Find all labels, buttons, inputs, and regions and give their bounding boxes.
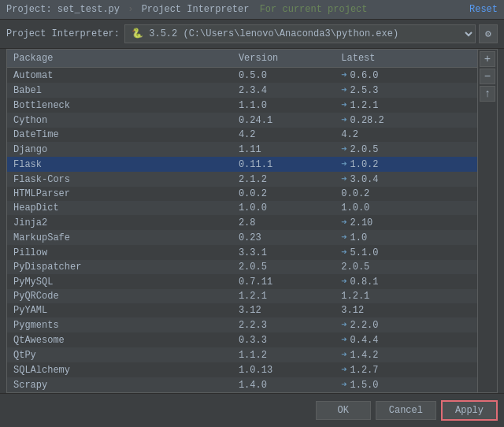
table-row[interactable]: PyDispatcher	[7, 260, 232, 274]
side-buttons: + − ↑	[477, 50, 497, 392]
interpreter-select-wrapper: 🐍 3.5.2 (C:\Users\lenovo\Anaconda3\pytho…	[124, 24, 498, 43]
latest-cell: ➜0.28.2	[335, 113, 477, 128]
col-package: Package	[7, 50, 232, 68]
latest-cell: ➜2.0.5	[335, 142, 477, 157]
latest-cell: 4.2	[335, 128, 477, 142]
version-cell: 1.0.0	[232, 201, 335, 215]
version-cell: 1.11	[232, 142, 335, 157]
version-cell: 1.0.13	[232, 362, 335, 377]
table-row[interactable]: Pillow	[7, 245, 232, 260]
version-cell: 0.7.11	[232, 274, 335, 289]
table-row[interactable]: Cython	[7, 113, 232, 128]
table-row[interactable]: Bottleneck	[7, 98, 232, 113]
packages-table-container: Package Version Latest Automat0.5.0➜0.6.…	[6, 49, 498, 393]
latest-cell: ➜1.0	[335, 230, 477, 245]
version-cell: 2.0.5	[232, 260, 335, 274]
table-row[interactable]: QtAwesome	[7, 332, 232, 347]
gear-icon[interactable]: ⚙	[479, 24, 498, 43]
latest-cell: ➜2.2.0	[335, 317, 477, 332]
table-row[interactable]: Flask-Cors	[7, 172, 232, 187]
packages-table: Package Version Latest Automat0.5.0➜0.6.…	[7, 50, 477, 392]
latest-cell: ➜3.0.4	[335, 172, 477, 187]
cancel-button[interactable]: Cancel	[376, 401, 436, 420]
version-cell: 4.2	[232, 128, 335, 142]
latest-cell: ➜1.4.2	[335, 347, 477, 362]
latest-cell: ➜0.8.1	[335, 274, 477, 289]
upgrade-package-button[interactable]: ↑	[480, 86, 495, 102]
latest-cell: 1.0.0	[335, 201, 477, 215]
table-row[interactable]: HeapDict	[7, 201, 232, 215]
version-cell: 2.8	[232, 215, 335, 230]
table-row[interactable]: PyYAML	[7, 303, 232, 317]
version-cell: 2.3.4	[232, 83, 335, 98]
title-bar: Project: set_test.py › Project Interpret…	[0, 0, 504, 20]
latest-cell: ➜1.2.1	[335, 98, 477, 113]
latest-cell: ➜1.0.2	[335, 157, 477, 172]
interpreter-row: Project Interpreter: 🐍 3.5.2 (C:\Users\l…	[0, 20, 504, 49]
version-cell: 1.1.2	[232, 347, 335, 362]
version-cell: 0.5.0	[232, 68, 335, 84]
col-latest: Latest	[335, 50, 477, 68]
table-row[interactable]: PyMySQL	[7, 274, 232, 289]
table-row[interactable]: Django	[7, 142, 232, 157]
table-row[interactable]: Babel	[7, 83, 232, 98]
version-cell: 0.0.2	[232, 187, 335, 201]
reset-button[interactable]: Reset	[469, 4, 498, 15]
remove-package-button[interactable]: −	[480, 69, 495, 84]
latest-cell: 1.2.1	[335, 289, 477, 303]
interpreter-label: Project Interpreter:	[6, 28, 120, 39]
latest-cell: ➜5.1.0	[335, 245, 477, 260]
table-row[interactable]: Pygments	[7, 317, 232, 332]
version-cell: 3.3.1	[232, 245, 335, 260]
table-row[interactable]: MarkupSafe	[7, 230, 232, 245]
ok-button[interactable]: OK	[316, 401, 371, 420]
version-cell: 0.3.3	[232, 332, 335, 347]
latest-cell: 2.0.5	[335, 260, 477, 274]
version-cell: 2.1.2	[232, 172, 335, 187]
version-cell: 1.2.1	[232, 289, 335, 303]
latest-cell: 3.12	[335, 303, 477, 317]
table-row[interactable]: Jinja2	[7, 215, 232, 230]
interpreter-title: Project Interpreter	[142, 4, 250, 15]
col-version: Version	[232, 50, 335, 68]
version-cell: 3.12	[232, 303, 335, 317]
table-scroll[interactable]: Package Version Latest Automat0.5.0➜0.6.…	[7, 50, 477, 392]
table-row[interactable]: Flask	[7, 157, 232, 172]
table-row[interactable]: Automat	[7, 68, 232, 84]
version-cell: 0.23	[232, 230, 335, 245]
add-package-button[interactable]: +	[480, 51, 495, 67]
version-cell: 2.2.3	[232, 317, 335, 332]
interpreter-select[interactable]: 🐍 3.5.2 (C:\Users\lenovo\Anaconda3\pytho…	[124, 24, 476, 43]
table-row[interactable]: Scrapy	[7, 377, 232, 392]
separator: ›	[128, 4, 133, 15]
latest-cell: ➜1.5.0	[335, 377, 477, 392]
latest-cell: 0.0.2	[335, 187, 477, 201]
bottom-bar: OK Cancel Apply	[0, 393, 504, 427]
version-cell: 0.11.1	[232, 157, 335, 172]
version-cell: 1.4.0	[232, 377, 335, 392]
table-row[interactable]: HTMLParser	[7, 187, 232, 201]
latest-cell: ➜0.4.4	[335, 332, 477, 347]
table-row[interactable]: DateTime	[7, 128, 232, 142]
version-cell: 0.24.1	[232, 113, 335, 128]
apply-button[interactable]: Apply	[441, 400, 498, 421]
version-cell: 1.1.0	[232, 98, 335, 113]
latest-cell: ➜2.5.3	[335, 83, 477, 98]
table-row[interactable]: PyQRCode	[7, 289, 232, 303]
project-label: Project: set_test.py	[6, 4, 120, 15]
table-row[interactable]: QtPy	[7, 347, 232, 362]
latest-cell: ➜1.2.7	[335, 362, 477, 377]
latest-cell: ➜2.10	[335, 215, 477, 230]
project-interpreter-dialog: Project: set_test.py › Project Interpret…	[0, 0, 504, 427]
latest-cell: ➜0.6.0	[335, 68, 477, 84]
title-text: Project: set_test.py › Project Interpret…	[6, 4, 368, 15]
table-row[interactable]: SQLAlchemy	[7, 362, 232, 377]
for-current-text: For current project	[260, 4, 368, 15]
